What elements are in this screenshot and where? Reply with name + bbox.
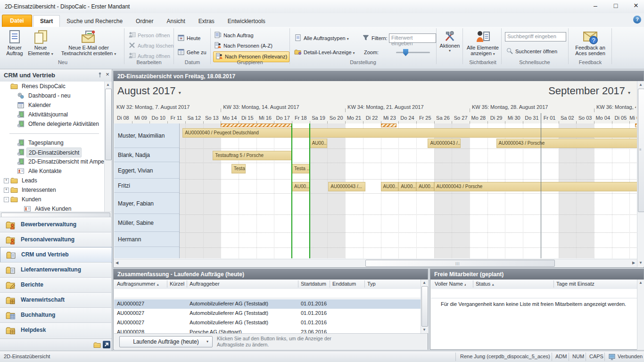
module-button-buchhaltung[interactable]: Buchhaltung [0, 307, 111, 323]
gantt-bar[interactable]: Testa ... [292, 164, 310, 173]
column-header-auftragsnummer[interactable]: Auftragsnummer ▲ [117, 281, 167, 287]
sidebar-close-icon[interactable]: × [104, 71, 111, 77]
gantt-bar[interactable]: Testauftrag 5 / Porsche [213, 151, 292, 160]
gantt-bar[interactable]: AU00... [416, 182, 434, 191]
gantt-bar[interactable]: AU00... [310, 139, 328, 148]
module-button-crm-und-vertrieb[interactable]: CRM und Vertrieb [0, 247, 112, 263]
column-header-enddatum[interactable]: Enddatum [332, 281, 364, 287]
gehe-zu-button[interactable]: Gehe zu [177, 48, 206, 58]
module-button-warenwirtschaft[interactable]: Warenwirtschaft [0, 292, 111, 308]
tab-ordner[interactable]: Ordner [129, 16, 160, 27]
column-header-status[interactable]: Status ▲ [476, 281, 549, 287]
help-icon[interactable]: ? [633, 16, 641, 24]
month-label-left[interactable]: August 2017 ▾ [117, 85, 181, 97]
column-header-voller-name[interactable]: Voller Name ▲ [435, 281, 466, 287]
sidebar-item-interessenten[interactable]: +Interessenten [0, 185, 104, 195]
table-row[interactable]: AU0000027Automobilzulieferer AG (Teststa… [114, 299, 421, 309]
small-folder-icon[interactable] [93, 341, 101, 349]
sidebar-item-offene-delegierte-aktivitäten[interactable]: Offene delegierte Aktivitäten [0, 119, 104, 129]
resource-row-name[interactable]: Eggert, Vivian [114, 163, 179, 179]
module-button-berichte[interactable]: Berichte [0, 277, 111, 293]
tab-start[interactable]: Start [33, 15, 60, 28]
aktionen-button[interactable]: Aktionen ▾ [438, 28, 461, 53]
resource-row-name[interactable]: Mayer, Fabian [114, 193, 179, 214]
gantt-bar[interactable]: AU0000040 / Peugeot Deutschland [182, 128, 637, 138]
column-header-auftraggeber[interactable]: Auftraggeber [190, 281, 299, 287]
alle-auftragstypen-dropdown[interactable]: Alle Auftragstypen ▾ [294, 33, 349, 43]
resource-row-name[interactable]: Hermann [114, 232, 179, 247]
auftrag-loeschen-button[interactable]: Auftrag löschen [128, 41, 173, 51]
neuer-auftrag-button[interactable]: Neuer Auftrag [4, 28, 25, 56]
search-input[interactable]: Suchbegriff eingeben [505, 32, 566, 41]
tab-suche-und-recherche[interactable]: Suche und Recherche [60, 16, 129, 27]
summary-filter-row[interactable] [114, 289, 421, 298]
sidebar-item-renes-dispocalc[interactable]: Renes DispoCalc [0, 82, 104, 91]
scroll-right-icon[interactable]: ▶ [630, 260, 637, 266]
resource-row-name[interactable]: Blank, Nadja [114, 148, 179, 162]
zoom-slider-track[interactable] [396, 52, 430, 53]
gantt-vertical-scrollbar[interactable]: ▲ ▼ ≡ [637, 81, 644, 267]
gantt-bar[interactable]: AU0000043 /... [428, 139, 461, 148]
tab-extras[interactable]: Extras [192, 16, 221, 27]
module-button-bewerberverwaltung[interactable]: Bewerberverwaltung [0, 217, 111, 232]
free-filter-row[interactable] [431, 289, 637, 298]
detail-level-dropdown[interactable]: Detail-Level-Anzeige ▾ [294, 48, 355, 58]
column-header-tage-mit-einsatz[interactable]: Tage mit Einsatz [556, 281, 632, 287]
nach-personen-az-button[interactable]: Nach Personen (A-Z) [214, 41, 272, 51]
maximize-button[interactable]: □ [608, 1, 624, 10]
module-button-personalverwaltung[interactable]: Personalverwaltung [0, 232, 111, 247]
gantt-bar[interactable]: AU00... [381, 182, 399, 191]
free-vertical-scrollbar[interactable]: ▲ [637, 280, 644, 350]
neue-email-button[interactable]: Neue E-Mail oder Textnachricht erstellen… [56, 28, 122, 56]
minimize-button[interactable]: – [587, 1, 603, 10]
module-button-lieferantenverwaltung[interactable]: Lieferantenverwaltung [0, 262, 111, 278]
column-header-typ[interactable]: Typ [367, 281, 396, 287]
sidebar-item-alle-kontakte[interactable]: Alle Kontakte [0, 166, 104, 176]
column-header-startdatum[interactable]: Startdatum [301, 281, 331, 287]
gantt-bar[interactable]: AU00... [292, 182, 310, 191]
gantt-horizontal-scrollbar[interactable]: ◀ ▶ ||| [114, 259, 637, 267]
column-header-kürzel[interactable]: Kürzel [170, 281, 189, 287]
close-button[interactable]: × [628, 1, 644, 10]
suchcenter-button[interactable]: Suchcenter öffnen [506, 47, 557, 57]
sidebar-item-leads[interactable]: +Leads [0, 176, 104, 185]
sidebar-item-dashboard-neu[interactable]: Dashboard - neu [0, 91, 104, 100]
filter-input[interactable]: Filterwert eingeben [389, 33, 436, 43]
tab-datei[interactable]: Datei [2, 15, 32, 27]
scroll-left-icon[interactable]: ◀ [114, 260, 120, 266]
module-button-helpdesk[interactable]: Helpdesk [0, 322, 111, 338]
scroll-down-icon[interactable]: ▼ [637, 260, 644, 266]
gantt-bar[interactable]: AU0000043 / Porsche [496, 139, 637, 148]
neue-elemente-button[interactable]: Neue Elemente ▾ [27, 28, 54, 56]
sidebar-item-tagesplanung[interactable]: Tagesplanung [0, 138, 104, 148]
table-row[interactable]: AU0000027Automobilzulieferer AG (Teststa… [114, 309, 421, 318]
gantt-vscroll-thumb[interactable]: ≡ [638, 89, 644, 212]
gantt-bar[interactable]: Testa ... [231, 164, 246, 173]
auftragsliste-toggle-button[interactable]: Laufende Aufträge (heute) ▾ [119, 336, 213, 347]
feedback-button[interactable]: ? Feedback an Aces senden [571, 28, 609, 56]
expand-plus-icon[interactable]: + [4, 188, 9, 193]
tab-ansicht[interactable]: Ansicht [160, 16, 191, 27]
gantt-bar[interactable]: AU0000043 / Porsche [434, 182, 637, 191]
resource-row-name[interactable]: Fritzi [114, 179, 179, 193]
gantt-hscroll-thumb[interactable]: ||| [365, 260, 555, 267]
scroll-up-icon[interactable]: ▲ [637, 82, 644, 88]
person-oeffnen-button[interactable]: Person öffnen [128, 31, 170, 41]
zoom-slider-thumb[interactable] [403, 49, 408, 56]
nach-auftrag-button[interactable]: Nach Auftrag [214, 31, 254, 41]
table-row[interactable]: AU0000027Automobilzulieferer AG (Teststa… [114, 318, 421, 328]
sidebar-item-2d-einsatzübersicht-mit-ampel[interactable]: 2D-Einsatzübersicht mit Ampel [0, 157, 104, 166]
resource-row-name[interactable]: Müller, Sabine [114, 214, 179, 232]
gantt-bar[interactable]: AU00... [398, 182, 416, 191]
tree-scroll-thumb[interactable] [105, 89, 112, 160]
table-row[interactable]: AU0000028Porsche AG (Stuttgart)23.06.201… [114, 328, 421, 333]
sidebar-item-kalender[interactable]: Kalender [0, 100, 104, 110]
sidebar-item-kunden[interactable]: -Kunden [0, 195, 104, 204]
summary-vertical-scrollbar[interactable]: ▲ ▼ [421, 280, 428, 333]
collapse-minus-icon[interactable]: - [4, 197, 9, 202]
month-label-right[interactable]: September 2017 ▾ [548, 85, 630, 97]
tab-entwicklertools[interactable]: Entwicklertools [221, 16, 272, 27]
expand-arrow-icon[interactable] [103, 341, 110, 348]
sidebar-item-aktivitätsjournal[interactable]: Aktivitätsjournal [0, 110, 104, 119]
resource-row-name[interactable]: Muster, Maximilian [114, 123, 179, 148]
